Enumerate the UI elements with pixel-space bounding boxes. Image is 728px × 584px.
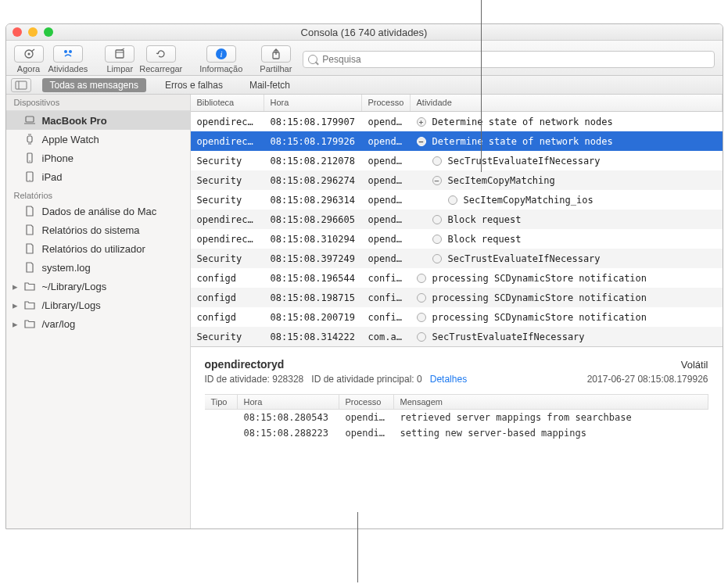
detail-rows[interactable]: 08:15:08.280543opendi…retrieved server m…: [205, 410, 708, 441]
reload-button[interactable]: Recarregar: [139, 45, 182, 73]
log-row[interactable]: Security08:15:08.296274opendi…SecItemCop…: [191, 170, 723, 190]
cell-process: opendi…: [362, 175, 411, 186]
sidebar-device-iphone[interactable]: iPhone: [6, 149, 190, 167]
search-input[interactable]: [303, 51, 714, 68]
log-row[interactable]: opendirect…08:15:08.296605opendi…Block r…: [191, 210, 723, 229]
cell-time: 08:15:08.310294: [264, 234, 362, 245]
sidebar-device-apple-watch[interactable]: Apple Watch: [6, 130, 190, 149]
cell-activity: processing SCDynamicStore notification: [411, 273, 723, 284]
cell-activity: Block request: [411, 234, 723, 245]
info-button[interactable]: i Informação: [199, 45, 242, 73]
activity-bullet-icon[interactable]: [432, 156, 442, 166]
activity-bullet-icon[interactable]: [432, 235, 442, 244]
activity-bullet-icon[interactable]: [448, 195, 457, 205]
detail-row[interactable]: 08:15:08.280543opendi…retrieved server m…: [205, 410, 708, 425]
disclosure-triangle-icon[interactable]: ▸: [13, 281, 17, 292]
log-columns[interactable]: Biblioteca Hora Processo Atividade: [191, 95, 723, 112]
dcol-process[interactable]: Processo: [339, 395, 394, 409]
log-row[interactable]: opendirect…08:15:08.179907opendi…Determi…: [191, 112, 723, 131]
cell-library: configd: [191, 273, 264, 284]
share-button[interactable]: Partilhar: [260, 45, 292, 73]
minimize-window-button[interactable]: [28, 27, 38, 37]
svg-point-15: [29, 180, 30, 181]
cell-process: com.ap…: [362, 331, 411, 342]
zoom-window-button[interactable]: [44, 27, 53, 37]
activity-bullet-icon[interactable]: [432, 215, 442, 224]
cell-activity: Determine state of network nodes: [411, 116, 723, 127]
titlebar[interactable]: Consola (16 740 atividades): [6, 24, 723, 41]
sidebar: Dispositivos MacBook ProApple WatchiPhon…: [6, 95, 191, 528]
share-icon: [261, 45, 291, 63]
detail-row[interactable]: 08:15:08.288223opendi…setting new server…: [205, 425, 708, 441]
activity-bullet-icon[interactable]: [432, 254, 442, 263]
activity-id-value: 928328: [272, 374, 303, 385]
cell-time: 08:15:08.196544: [264, 273, 362, 284]
activity-bullet-icon[interactable]: [417, 117, 426, 127]
activity-bullet-icon[interactable]: [432, 176, 442, 185]
activity-bullet-icon[interactable]: [417, 137, 426, 146]
callout-line-top: [481, 0, 482, 172]
log-row[interactable]: configd08:15:08.196544configdprocessing …: [191, 268, 723, 288]
details-link[interactable]: Detalhes: [430, 374, 467, 385]
log-row[interactable]: configd08:15:08.198715configdprocessing …: [191, 288, 723, 307]
log-row[interactable]: opendirect…08:15:08.310294opendi…Block r…: [191, 229, 723, 249]
col-process[interactable]: Processo: [362, 95, 411, 111]
col-time[interactable]: Hora: [264, 95, 362, 111]
sidebar-report-item[interactable]: Relatórios do sistema: [6, 220, 190, 239]
cell-activity: SecItemCopyMatching: [411, 175, 723, 186]
detail-volatile-label: Volátil: [681, 359, 708, 371]
close-window-button[interactable]: [13, 27, 22, 37]
sidebar-report-item[interactable]: system.log: [6, 258, 190, 277]
detail-columns[interactable]: Tipo Hora Processo Mensagem: [205, 394, 708, 410]
parent-activity-id-value: 0: [417, 374, 422, 385]
log-row[interactable]: Security08:15:08.397249opendi…SecTrustEv…: [191, 249, 723, 268]
log-row[interactable]: Security08:15:08.212078opendi…SecTrustEv…: [191, 151, 723, 170]
sidebar-item-label: /var/log: [42, 318, 76, 330]
app-window: Consola (16 740 atividades) Agora Ativid…: [5, 23, 723, 529]
activity-bullet-icon[interactable]: [417, 332, 426, 342]
sidebar-report-item[interactable]: Dados de análise do Mac: [6, 202, 190, 220]
disclosure-triangle-icon[interactable]: ▸: [13, 318, 17, 330]
activities-button[interactable]: Atividades: [48, 45, 88, 73]
dcol-message[interactable]: Mensagem: [394, 395, 708, 409]
now-label: Agora: [17, 64, 40, 73]
search-field[interactable]: [303, 51, 714, 68]
dcol-type[interactable]: Tipo: [205, 395, 238, 409]
dcell-process: opendi…: [339, 412, 394, 423]
disclosure-triangle-icon[interactable]: ▸: [13, 299, 17, 311]
activity-bullet-icon[interactable]: [417, 313, 426, 322]
filter-mail-fetch[interactable]: Mail-fetch: [242, 78, 298, 92]
phone-icon: [23, 152, 36, 164]
svg-rect-4: [116, 50, 124, 58]
sidebar-report-item[interactable]: Relatórios do utilizador: [6, 239, 190, 258]
cell-time: 08:15:08.397249: [264, 253, 362, 264]
filter-bar: Todas as mensagens Erros e falhas Mail-f…: [6, 76, 723, 95]
log-row[interactable]: Security08:15:08.296314opendi…SecItemCop…: [191, 190, 723, 210]
detail-pane: opendirectoryd Volátil ID de atividade: …: [191, 346, 723, 447]
activity-bullet-icon[interactable]: [417, 274, 426, 283]
filter-all-messages[interactable]: Todas as mensagens: [42, 78, 146, 92]
sidebar-reports-header: Relatórios: [6, 186, 190, 202]
sidebar-device-macbook-pro[interactable]: MacBook Pro: [6, 111, 190, 130]
now-button[interactable]: Agora: [14, 45, 44, 73]
filter-errors[interactable]: Erros e falhas: [157, 78, 231, 92]
sidebar-toggle[interactable]: [11, 78, 31, 92]
log-rows[interactable]: opendirect…08:15:08.179907opendi…Determi…: [191, 112, 723, 346]
sidebar-report-item[interactable]: ▸/var/log: [6, 314, 190, 333]
activity-bullet-icon[interactable]: [417, 293, 426, 303]
cell-process: opendi…: [362, 136, 411, 147]
dcol-time[interactable]: Hora: [238, 395, 339, 409]
sidebar-report-item[interactable]: ▸~/Library/Logs: [6, 277, 190, 296]
log-row[interactable]: configd08:15:08.200719configdprocessing …: [191, 307, 723, 327]
cell-time: 08:15:08.179907: [264, 116, 362, 127]
sidebar-report-item[interactable]: ▸/Library/Logs: [6, 296, 190, 314]
sidebar-device-ipad[interactable]: iPad: [6, 167, 190, 186]
cell-activity: processing SCDynamicStore notification: [411, 312, 723, 323]
col-library[interactable]: Biblioteca: [191, 95, 264, 111]
col-activity[interactable]: Atividade: [411, 95, 723, 111]
log-row[interactable]: opendirect…08:15:08.179926opendi…Determi…: [191, 131, 723, 151]
activity-id-label: ID de atividade:: [205, 374, 270, 385]
clear-button[interactable]: Limpar: [105, 45, 134, 73]
cell-activity: SecTrustEvaluateIfNecessary: [411, 331, 723, 342]
log-row[interactable]: Security08:15:08.314222com.ap…SecTrustEv…: [191, 327, 723, 346]
